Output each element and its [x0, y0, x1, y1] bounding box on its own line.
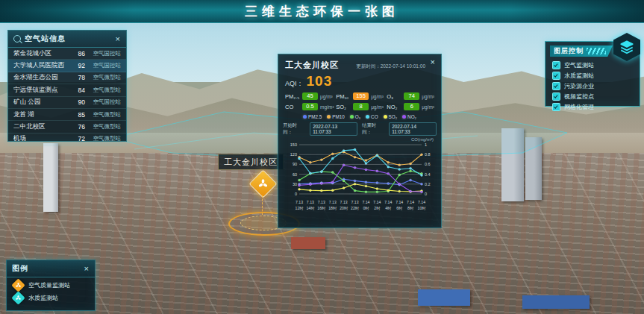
- layer-item[interactable]: 污染源企业: [545, 81, 640, 91]
- station-aqi: 92: [70, 62, 85, 69]
- svg-text:90: 90: [293, 162, 297, 166]
- station-row[interactable]: 宁远堡镇监测点 84 空气微型站: [8, 84, 126, 96]
- building-highrise-1: [501, 128, 524, 201]
- pollutant-trend-chart: 030609012015000.20.40.60.817.1312时7.1314…: [278, 142, 441, 219]
- layer-item[interactable]: 水质监测站: [545, 70, 640, 81]
- checkbox-checked-icon[interactable]: [552, 61, 560, 69]
- app-root: 工大金川校区 三维生态环保一张图 空气站信息 × 紫金花城小区 86 空气国控站: [0, 0, 644, 314]
- svg-text:7.14: 7.14: [384, 200, 392, 204]
- station-row[interactable]: 龙首 湖 85 空气微型站: [8, 109, 126, 121]
- station-row[interactable]: 二中北校区 76 空气微型站: [8, 121, 126, 133]
- checkbox-checked-icon[interactable]: [552, 103, 560, 111]
- end-time-input[interactable]: 2022-07-14 11:07:33: [389, 122, 437, 136]
- legend-item[interactable]: 空气质量监测站: [7, 277, 95, 290]
- pollutant-value-badge: 6: [404, 103, 419, 110]
- layers-hexagon-icon[interactable]: [613, 33, 640, 61]
- svg-text:12时: 12时: [296, 206, 304, 210]
- layer-label: 水质监测站: [564, 72, 594, 80]
- station-row[interactable]: 紫金花城小区 86 空气国控站: [8, 48, 126, 60]
- series-legend-item[interactable]: NO₂: [402, 114, 416, 119]
- pollutant-value-badge: 0.5: [302, 103, 318, 110]
- station-row[interactable]: 矿山 公园 90 空气国控站: [8, 97, 126, 109]
- close-icon[interactable]: ×: [84, 265, 90, 273]
- svg-text:18时: 18时: [328, 206, 337, 210]
- map-marker-label[interactable]: 工大金川校区: [218, 154, 284, 170]
- svg-text:7.13: 7.13: [307, 200, 314, 204]
- aqi-label: AQI：: [285, 79, 304, 89]
- layer-item[interactable]: 网格化管理: [545, 101, 640, 112]
- series-legend-item[interactable]: SO₂: [384, 114, 398, 119]
- station-type: 空气微型站: [85, 135, 121, 142]
- layer-panel-title: 图层控制: [554, 46, 584, 56]
- checkbox-checked-icon[interactable]: [552, 82, 560, 90]
- layer-item[interactable]: 视频监控点: [545, 91, 640, 101]
- right-axis-title: CO(mg/m³): [278, 136, 441, 142]
- aqi-row: AQI： 103: [278, 72, 441, 92]
- pinwheel-icon: [257, 178, 269, 189]
- stripe-decoration: [587, 48, 606, 54]
- start-time-input[interactable]: 2022-07-13 11:07:33: [310, 122, 357, 136]
- chart-canvas: 030609012015000.20.40.60.817.1312时7.1314…: [286, 142, 434, 216]
- top-header-bar: 三维生态环保一张图: [0, 0, 644, 23]
- svg-text:10时: 10时: [418, 206, 427, 210]
- svg-text:7.13: 7.13: [340, 200, 348, 204]
- svg-text:6时: 6时: [396, 206, 403, 210]
- series-legend-item[interactable]: PM2.5: [303, 114, 322, 119]
- station-panel-title: 空气站信息: [25, 34, 111, 44]
- water-station-legend-icon: [11, 291, 25, 304]
- layer-item[interactable]: 空气监测站: [545, 60, 640, 70]
- pollutant-co: CO 0.5 mg/m³: [285, 103, 336, 110]
- station-name: 矿山 公园: [13, 98, 70, 107]
- station-aqi: 86: [70, 50, 85, 57]
- station-row[interactable]: 金水湖生态公园 78 空气微型站: [8, 72, 126, 84]
- close-icon[interactable]: ×: [115, 35, 121, 43]
- svg-text:2时: 2时: [374, 206, 381, 210]
- station-name: 龙首 湖: [13, 110, 70, 119]
- close-icon[interactable]: ×: [430, 58, 436, 66]
- station-aqi: 90: [70, 98, 85, 106]
- svg-text:7.13: 7.13: [351, 200, 358, 204]
- svg-text:4时: 4时: [385, 206, 392, 210]
- detail-title: 工大金川校区: [285, 60, 339, 71]
- station-row[interactable]: 大学城人民医院西 92 空气国控站: [8, 60, 126, 72]
- layer-label: 污染源企业: [564, 82, 594, 90]
- svg-text:1: 1: [425, 142, 427, 147]
- start-time-label: 开始时间：: [283, 122, 305, 136]
- svg-text:30: 30: [293, 182, 297, 186]
- pollutant-value-badge: 155: [353, 92, 369, 100]
- search-icon[interactable]: [13, 35, 21, 43]
- svg-text:120: 120: [290, 152, 297, 157]
- svg-text:0时: 0时: [363, 206, 369, 210]
- pollutant-no2: NO₂ 6 μg/m³: [387, 103, 434, 110]
- station-name: 紫金花城小区: [13, 49, 70, 58]
- station-aqi: 84: [70, 87, 85, 94]
- legend-label: 空气质量监测站: [28, 281, 70, 289]
- stacked-layers-glyph: [619, 39, 635, 55]
- svg-text:7.14: 7.14: [362, 200, 369, 204]
- svg-text:0: 0: [295, 192, 297, 196]
- series-legend-item[interactable]: CO: [366, 114, 378, 119]
- legend-item[interactable]: 水质监测站: [7, 290, 95, 303]
- pollutant-pm25: PM₂.₅ 45 μg/m³: [285, 92, 336, 100]
- layer-label: 视频监控点: [564, 92, 594, 101]
- svg-text:0: 0: [425, 192, 427, 196]
- layer-label: 网格化管理: [564, 103, 594, 111]
- layer-panel-header: 图层控制: [550, 45, 613, 57]
- series-color-dot: [350, 115, 354, 119]
- series-color-dot: [303, 115, 307, 119]
- checkbox-checked-icon[interactable]: [552, 72, 560, 80]
- pollutant-grid: PM₂.₅ 45 μg/m³ PM₁₀ 155 μg/m³ O₃ 74 μg/m…: [278, 92, 441, 112]
- station-name: 宁远堡镇监测点: [13, 86, 70, 95]
- building-blue-roof-1: [418, 289, 470, 306]
- station-name: 二中北校区: [13, 122, 70, 131]
- station-row[interactable]: 机场 72 空气微型站: [8, 134, 126, 145]
- station-type: 空气国控站: [85, 50, 121, 57]
- building-highrise-2: [525, 137, 542, 200]
- station-aqi: 72: [70, 135, 85, 142]
- checkbox-checked-icon[interactable]: [552, 92, 560, 101]
- series-legend-item[interactable]: O₃: [350, 114, 360, 119]
- station-type: 空气微型站: [85, 123, 121, 131]
- svg-text:0.2: 0.2: [425, 182, 431, 186]
- pollutant-value-badge: 74: [404, 92, 419, 100]
- series-legend-item[interactable]: PM10: [327, 114, 344, 119]
